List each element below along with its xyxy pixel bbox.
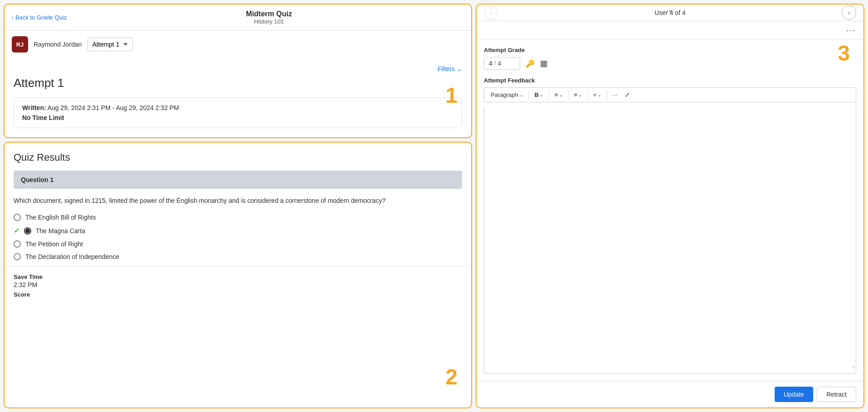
written-row: Written: Aug 29, 2024 2:31 PM - Aug 29, … <box>22 104 453 111</box>
grade-box: 4 / 4 <box>484 57 520 70</box>
toolbar-sep-3 <box>568 91 569 100</box>
user-counter: User 4 of 4 <box>655 9 685 16</box>
option-2-label: The Magna Carta <box>36 227 85 235</box>
toolbar-sep-5 <box>607 91 607 100</box>
save-time-label: Save Time <box>14 273 462 280</box>
attempt-feedback-label: Attempt Feedback <box>484 77 856 84</box>
back-link-label: Back to Grade Quiz <box>15 14 67 21</box>
radio-4 <box>14 253 21 260</box>
more-options-button[interactable]: ··· <box>610 90 620 100</box>
align-button[interactable]: ≡ ⌄ <box>552 90 565 100</box>
bold-button[interactable]: B ⌄ <box>532 90 546 100</box>
bold-icon: B <box>535 91 539 98</box>
quiz-results-title: Quiz Results <box>14 152 462 163</box>
radio-2-selected <box>24 227 31 235</box>
header-bar: ‹ Back to Grade Quiz Midterm Quiz Histor… <box>5 5 471 31</box>
update-button[interactable]: Update <box>775 387 813 402</box>
bold-chevron-icon: ⌄ <box>540 92 543 97</box>
quiz-course: History 101 <box>74 18 464 25</box>
add-icon: + <box>593 91 597 98</box>
quiz-title: Midterm Quiz <box>74 10 464 18</box>
save-time-value: 2:32 PM <box>14 281 462 288</box>
chart-icon[interactable]: ▩ <box>540 58 548 68</box>
align-icon: ≡ <box>555 91 558 98</box>
section-2-inner: Quiz Results Question 1 Which document, … <box>5 143 471 260</box>
question-text: Which document, signed in 1215, limited … <box>14 196 462 206</box>
editor-toolbar: Paragraph ⌄ B ⌄ ≡ ⌄ ≡ ⌄ <box>484 87 856 102</box>
toolbar-sep-1 <box>529 91 529 100</box>
more-options-icon: ··· <box>612 91 617 98</box>
grade-separator: / <box>494 60 496 67</box>
back-arrow-icon: ‹ <box>12 14 14 21</box>
radio-1 <box>14 214 21 221</box>
paragraph-chevron-icon: ⌄ <box>520 92 523 97</box>
feedback-editor[interactable]: ⌝ <box>484 106 856 374</box>
next-user-button[interactable]: › <box>842 5 856 20</box>
right-content: Attempt Grade 4 / 4 🔑 ▩ 3 Attempt Feedba… <box>477 39 863 381</box>
right-top-bar: ‹ User 4 of 4 › <box>477 5 863 21</box>
user-attempt-bar: RJ Raymond Jordan Attempt 1 <box>5 31 471 58</box>
grade-total: 4 <box>498 60 502 67</box>
written-label: Written: <box>22 104 46 111</box>
attempt-grade-label: Attempt Grade <box>484 47 856 53</box>
add-chevron-icon: ⌄ <box>598 92 601 97</box>
expand-icon: ⤢ <box>625 91 630 98</box>
retract-button[interactable]: Retract <box>817 387 856 402</box>
attempt-title: Attempt 1 <box>14 76 462 90</box>
user-name: Raymond Jordan <box>34 41 82 48</box>
toolbar-sep-4 <box>587 91 588 100</box>
filters-row: Filters ⌄ <box>14 65 462 72</box>
written-value: Aug 29, 2024 2:31 PM - Aug 29, 2024 2:32… <box>48 104 179 111</box>
answer-option-4: The Declaration of Independence <box>14 253 462 260</box>
save-time-block: Save Time 2:32 PM Score <box>5 266 471 298</box>
no-time-limit: No Time Limit <box>22 114 453 121</box>
back-to-grade-quiz-link[interactable]: ‹ Back to Grade Quiz <box>12 14 67 21</box>
quiz-title-block: Midterm Quiz History 101 <box>74 10 464 25</box>
right-footer: Update Retract <box>477 381 863 407</box>
section-2: Quiz Results Question 1 Which document, … <box>4 142 472 408</box>
key-icon[interactable]: 🔑 <box>526 59 535 68</box>
paragraph-dropdown[interactable]: Paragraph ⌄ <box>488 90 526 100</box>
answer-option-2: ✓ The Magna Carta <box>14 226 462 235</box>
list-button[interactable]: ≡ ⌄ <box>571 90 585 100</box>
expand-button[interactable]: ⤢ <box>622 90 632 100</box>
radio-3 <box>14 240 21 248</box>
list-chevron-icon: ⌄ <box>578 92 582 97</box>
section-1: ‹ Back to Grade Quiz Midterm Quiz Histor… <box>4 4 472 138</box>
attempt-select[interactable]: Attempt 1 <box>87 38 133 51</box>
list-icon: ≡ <box>574 91 578 98</box>
grade-row: 4 / 4 🔑 ▩ <box>484 57 856 70</box>
score-label: Score <box>14 291 462 298</box>
grade-value: 4 <box>489 60 492 67</box>
attempt-grade-section: Attempt Grade 4 / 4 🔑 ▩ <box>484 47 856 70</box>
option-4-label: The Declaration of Independence <box>25 253 119 260</box>
question-header: Question 1 <box>14 171 462 189</box>
attempt-feedback-section: Attempt Feedback Paragraph ⌄ B ⌄ ≡ ⌄ <box>484 77 856 374</box>
filters-label: Filters <box>438 65 455 72</box>
option-3-label: The Petition of Right <box>25 240 83 248</box>
align-chevron-icon: ⌄ <box>559 92 563 97</box>
attempt-content: Filters ⌄ Attempt 1 Written: Aug 29, 202… <box>5 58 471 137</box>
options-menu-button[interactable]: ··· <box>846 25 856 35</box>
attempt-info-box: Written: Aug 29, 2024 2:31 PM - Aug 29, … <box>14 97 462 128</box>
left-panel: ‹ Back to Grade Quiz Midterm Quiz Histor… <box>0 0 476 412</box>
toolbar-sep-2 <box>549 91 549 100</box>
answer-option-3: The Petition of Right <box>14 240 462 248</box>
paragraph-label: Paragraph <box>491 91 518 98</box>
filters-button[interactable]: Filters ⌄ <box>438 65 462 72</box>
right-panel: ⌄ ‹ User 4 of 4 › ··· Attempt Grade 4 / … <box>476 4 864 408</box>
resize-handle-icon: ⌝ <box>852 365 855 372</box>
answer-option-1: The English Bill of Rights <box>14 214 462 221</box>
right-options-bar: ··· <box>477 21 863 39</box>
section-2-number: 2 <box>445 364 458 389</box>
avatar: RJ <box>12 36 28 53</box>
filters-chevron-icon: ⌄ <box>457 65 462 72</box>
checkmark-icon: ✓ <box>14 226 19 235</box>
add-button[interactable]: + ⌄ <box>590 90 604 100</box>
prev-user-button[interactable]: ‹ <box>484 5 498 20</box>
option-1-label: The English Bill of Rights <box>25 214 96 221</box>
